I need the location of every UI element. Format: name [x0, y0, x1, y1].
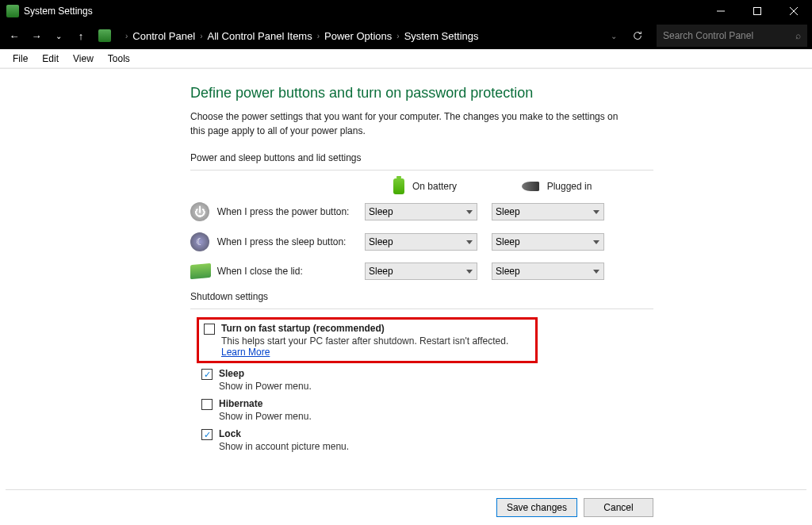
lock-desc: Show in account picture menu. — [219, 441, 349, 452]
footer-buttons: Save changes Cancel — [496, 498, 653, 517]
power-button-icon: ⏻ — [190, 202, 209, 221]
menu-view[interactable]: View — [67, 52, 100, 66]
chevron-right-icon: › — [200, 32, 202, 40]
column-plugged-label: Plugged in — [547, 181, 592, 192]
fast-startup-checkbox[interactable] — [204, 324, 215, 335]
breadcrumb-item[interactable]: System Settings — [404, 30, 479, 42]
forward-button[interactable]: → — [27, 26, 46, 45]
up-button[interactable]: ↑ — [71, 26, 90, 45]
chevron-right-icon: › — [125, 32, 128, 40]
breadcrumb-item[interactable]: Power Options — [324, 30, 392, 42]
page-intro: Choose the power settings that you want … — [190, 109, 619, 138]
chevron-right-icon: › — [396, 32, 399, 40]
menu-bar: File Edit View Tools — [0, 49, 812, 68]
fast-startup-desc: This helps start your PC faster after sh… — [221, 335, 530, 358]
search-input[interactable]: Search Control Panel ⌕ — [657, 25, 807, 47]
maximize-button[interactable] — [739, 0, 776, 22]
divider — [190, 170, 653, 171]
fast-startup-label: Turn on fast startup (recommended) — [221, 323, 385, 334]
sleep-battery-select[interactable]: Sleep — [365, 233, 477, 251]
content-area: Define power buttons and turn on passwor… — [0, 68, 812, 525]
app-icon — [6, 5, 19, 17]
hibernate-checkbox[interactable] — [201, 399, 213, 410]
svg-rect-1 — [754, 8, 761, 15]
breadcrumb-item[interactable]: All Control Panel Items — [207, 30, 312, 42]
divider — [190, 308, 653, 309]
breadcrumb[interactable]: › Control Panel › All Control Panel Item… — [119, 25, 601, 47]
menu-file[interactable]: File — [6, 52, 34, 66]
window-title: System Settings — [24, 6, 703, 17]
breadcrumb-item[interactable]: Control Panel — [132, 30, 195, 42]
lid-battery-select[interactable]: Sleep — [365, 262, 477, 280]
hibernate-desc: Show in Power menu. — [219, 411, 312, 422]
column-battery-label: On battery — [412, 181, 457, 192]
row-label-power: When I press the power button: — [217, 206, 365, 217]
search-icon: ⌕ — [795, 30, 801, 41]
highlighted-setting: Turn on fast startup (recommended) This … — [197, 317, 538, 363]
battery-icon — [393, 178, 404, 194]
lid-plugged-select[interactable]: Sleep — [492, 262, 604, 280]
titlebar: System Settings — [0, 0, 812, 22]
minimize-button[interactable] — [703, 0, 739, 22]
location-icon — [98, 29, 111, 42]
hibernate-label: Hibernate — [219, 398, 262, 409]
menu-edit[interactable]: Edit — [36, 52, 65, 66]
learn-more-link[interactable]: Learn More — [221, 347, 270, 358]
search-placeholder: Search Control Panel — [663, 30, 753, 41]
address-bar: ← → ⌄ ↑ › Control Panel › All Control Pa… — [0, 22, 812, 49]
sleep-desc: Show in Power menu. — [219, 381, 312, 392]
cancel-button[interactable]: Cancel — [584, 498, 653, 517]
row-label-lid: When I close the lid: — [217, 266, 365, 277]
chevron-right-icon: › — [317, 32, 320, 40]
sleep-plugged-select[interactable]: Sleep — [492, 233, 604, 251]
back-button[interactable]: ← — [5, 26, 24, 45]
refresh-button[interactable] — [626, 25, 649, 47]
section-label-buttons: Power and sleep buttons and lid settings — [190, 152, 653, 163]
menu-tools[interactable]: Tools — [102, 52, 136, 66]
section-label-shutdown: Shutdown settings — [190, 291, 653, 302]
sleep-button-icon: ☾ — [190, 232, 209, 251]
row-label-sleep: When I press the sleep button: — [217, 236, 365, 247]
sleep-checkbox[interactable] — [201, 369, 213, 380]
recent-locations-button[interactable]: ⌄ — [49, 26, 68, 45]
power-battery-select[interactable]: Sleep — [365, 203, 477, 220]
power-plugged-select[interactable]: Sleep — [492, 203, 604, 220]
breadcrumb-dropdown[interactable]: ⌄ — [604, 26, 623, 45]
sleep-label: Sleep — [219, 368, 244, 379]
close-button[interactable] — [776, 0, 812, 22]
save-button[interactable]: Save changes — [496, 498, 577, 517]
plug-icon — [522, 182, 539, 191]
footer-divider — [6, 489, 806, 490]
lock-label: Lock — [219, 428, 241, 439]
lid-icon — [190, 263, 211, 279]
page-title: Define power buttons and turn on passwor… — [190, 85, 653, 102]
lock-checkbox[interactable] — [201, 429, 213, 440]
